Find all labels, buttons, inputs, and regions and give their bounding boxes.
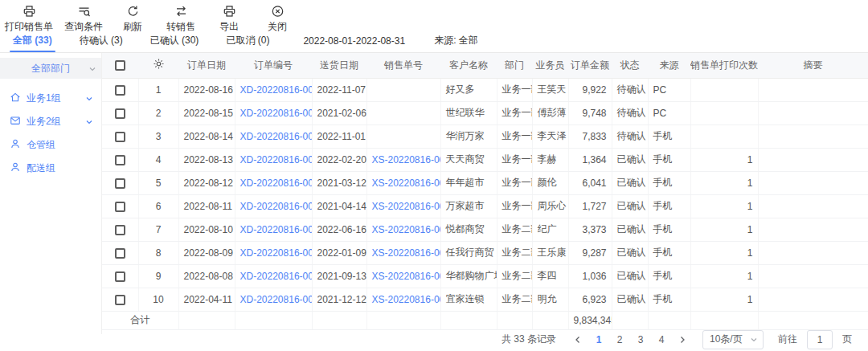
column-header-source[interactable]: 来源	[648, 53, 690, 78]
customer-cell: 华都购物广场	[440, 264, 497, 288]
order-no-link[interactable]: XD-20220816-000010	[240, 271, 313, 282]
print-count-cell	[690, 124, 758, 148]
order-no-link[interactable]: XD-20220816-000011	[240, 247, 313, 259]
order-no-link[interactable]: XD-20220816-000015	[240, 154, 313, 165]
summary-label: 合计	[102, 311, 178, 329]
row-checkbox[interactable]	[115, 85, 125, 96]
print-count-cell: 1	[690, 218, 758, 241]
column-header-delivery-date[interactable]: 送货日期	[312, 53, 366, 78]
transfer-to-sales-button[interactable]: 转销售	[162, 5, 199, 34]
row-number: 3	[138, 124, 178, 148]
tool-label: 刷新	[123, 20, 142, 34]
row-checkbox[interactable]	[115, 225, 125, 235]
refresh-button[interactable]: 刷新	[114, 5, 151, 34]
customer-cell: 宜家连锁	[440, 288, 497, 311]
tool-label: 转销售	[166, 20, 195, 34]
customer-cell: 天天商贸	[440, 148, 497, 171]
column-settings-cell	[138, 53, 178, 78]
customer-cell: 华润万家	[440, 124, 497, 148]
sidebar-item-business-group-1[interactable]: 业务1组	[0, 87, 101, 110]
table-row: 5 2022-08-12 XD-20220816-000014 2021-03-…	[102, 171, 868, 194]
row-checkbox[interactable]	[115, 155, 125, 165]
sidebar-item-business-group-2[interactable]: 业务2组	[0, 110, 101, 133]
row-checkbox[interactable]	[115, 295, 125, 305]
next-page-button[interactable]	[674, 331, 691, 349]
chevron-down-icon[interactable]	[85, 94, 93, 105]
page-number-4[interactable]: 4	[653, 331, 670, 349]
close-button[interactable]: 关闭	[259, 5, 296, 34]
page-size-select[interactable]: 10条/页	[702, 330, 764, 349]
page-number-2[interactable]: 2	[611, 331, 628, 349]
column-header-status[interactable]: 状态	[612, 53, 648, 78]
tab-confirmed[interactable]: 已确认 (30)	[142, 34, 207, 52]
sales-no-link[interactable]: XS-20220816-000010	[372, 271, 441, 282]
print-count-cell: 1	[690, 241, 758, 264]
sidebar-item-warehouse-group[interactable]: 仓管组	[0, 133, 101, 157]
tab-all[interactable]: 全部 (33)	[5, 34, 60, 52]
row-checkbox[interactable]	[115, 248, 125, 259]
source-cell: 手机	[648, 218, 690, 241]
column-header-sales-no[interactable]: 销售单号	[366, 53, 440, 78]
order-no-link[interactable]: XD-20220816-000012	[240, 224, 313, 235]
row-checkbox[interactable]	[115, 132, 125, 142]
sales-no-link[interactable]: XS-20220816-000015	[372, 154, 441, 165]
column-header-order-date[interactable]: 订单日期	[178, 53, 235, 78]
sidebar-item-label: 仓管组	[27, 138, 55, 152]
department-select[interactable]: 全部部门	[0, 58, 101, 79]
date-range-filter[interactable]: 2022-08-01-2022-08-31	[303, 35, 405, 47]
column-header-customer[interactable]: 客户名称	[440, 53, 497, 78]
row-checkbox[interactable]	[115, 178, 125, 189]
prev-page-button[interactable]	[569, 331, 587, 349]
sales-no-link[interactable]: XS-20220816-000014	[372, 178, 441, 189]
column-header-salesperson[interactable]: 业务员	[532, 53, 568, 78]
order-no-link[interactable]: XD-20220816-000013	[240, 201, 313, 212]
gear-icon[interactable]	[153, 61, 165, 72]
table-row: 3 2022-08-14 XD-20220816-000016 2022-11-…	[102, 124, 868, 148]
order-no-link[interactable]: XD-20220816-000018	[240, 84, 313, 96]
row-checkbox[interactable]	[115, 202, 125, 212]
sales-no-link[interactable]: XS-20220816-000011	[372, 247, 441, 259]
source-cell: 手机	[648, 264, 690, 288]
orders-table: 订单日期 订单编号 送货日期 销售单号 客户名称 部门 业务员 订单金额 状态 …	[102, 53, 868, 330]
summary-cell	[758, 148, 868, 171]
order-no-link[interactable]: XD-20220816-000009	[240, 294, 313, 305]
tab-cancelled[interactable]: 已取消 (0)	[218, 34, 277, 52]
sales-no-link[interactable]: XS-20220816-000012	[372, 224, 441, 235]
column-header-department[interactable]: 部门	[497, 53, 532, 78]
order-date-cell: 2022-08-14	[178, 124, 235, 148]
print-sales-order-button[interactable]: 打印销售单	[5, 5, 53, 34]
goto-page-input[interactable]	[807, 330, 833, 349]
table-row: 4 2022-08-13 XD-20220816-000015 2022-02-…	[102, 148, 868, 171]
column-header-summary[interactable]: 摘要	[758, 53, 868, 78]
export-button[interactable]: 导出	[211, 5, 248, 34]
print-count-cell: 1	[690, 148, 758, 171]
column-header-order-no[interactable]: 订单编号	[235, 53, 312, 78]
table-row: 9 2022-08-08 XD-20220816-000010 2021-09-…	[102, 264, 868, 288]
delivery-date-cell: 2022-06-16	[312, 218, 366, 241]
status-cell: 已确认	[612, 218, 648, 241]
table-row: 8 2022-08-09 XD-20220816-000011 2022-01-…	[102, 241, 868, 264]
page-number-1[interactable]: 1	[590, 331, 608, 349]
sales-no-link[interactable]: XS-20220816-000013	[372, 201, 441, 212]
order-no-link[interactable]: XD-20220816-000017	[240, 108, 313, 119]
page-number-3[interactable]: 3	[632, 331, 649, 349]
source-cell: 手机	[648, 124, 690, 148]
chevron-down-icon[interactable]	[85, 117, 93, 129]
salesperson-cell: 纪广	[532, 218, 568, 241]
page-size-value: 10条/页	[710, 333, 743, 346]
customer-cell: 任我行商贸	[440, 241, 497, 264]
order-no-link[interactable]: XD-20220816-000016	[240, 131, 313, 142]
sales-no-link[interactable]: XS-20220816-000009	[372, 294, 441, 305]
select-all-checkbox[interactable]	[115, 60, 125, 71]
amount-cell: 6,041	[568, 171, 612, 194]
order-no-link[interactable]: XD-20220816-000014	[240, 178, 313, 189]
salesperson-cell: 李天泽	[532, 124, 568, 148]
row-checkbox[interactable]	[115, 271, 125, 282]
source-filter[interactable]: 来源: 全部	[434, 34, 478, 47]
column-header-amount[interactable]: 订单金额	[568, 53, 612, 78]
tab-pending-confirm[interactable]: 待确认 (3)	[72, 34, 131, 52]
query-criteria-button[interactable]: 查询条件	[64, 5, 103, 34]
sidebar-item-delivery-group[interactable]: 配送组	[0, 157, 101, 180]
row-checkbox[interactable]	[115, 108, 125, 119]
column-header-print-count[interactable]: 销售单打印次数	[690, 53, 758, 78]
